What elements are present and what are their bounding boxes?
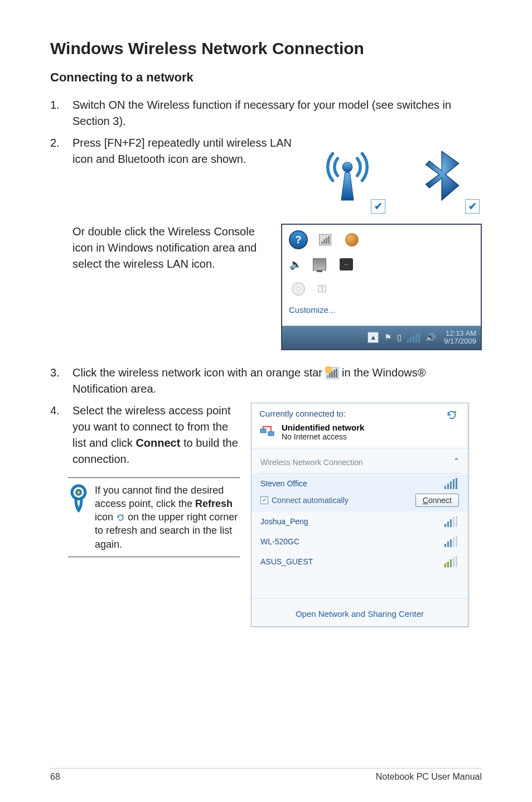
volume-icon: 🔊 [425, 332, 436, 342]
bluetooth-icon: ✔ [401, 135, 482, 216]
disc-icon [289, 279, 308, 298]
customize-link[interactable]: Customize... [289, 304, 474, 320]
unidentified-network-icon [259, 424, 276, 439]
step1-text: Switch ON the Wireless function if neces… [72, 97, 482, 129]
connect-button-label: onnect [428, 496, 452, 505]
tray-time: 12:13 AM [444, 330, 476, 337]
antenna-icon [316, 230, 335, 249]
notification-tray-screenshot: ? 🔈 ··· ⚿ Customiz [281, 224, 482, 350]
signal-icon [444, 516, 459, 527]
network-tray-icon [407, 332, 420, 342]
step2-or-text: Or double click the Wireless Console ico… [50, 224, 281, 272]
refresh-icon [116, 513, 125, 522]
step4-number: 4. [50, 403, 72, 467]
page-subtitle: Connecting to a network [50, 70, 482, 85]
wifi-item-label: WL-520GC [260, 537, 299, 546]
refresh-button[interactable] [443, 409, 460, 421]
svg-point-0 [342, 162, 352, 172]
wireless-network-star-icon [326, 367, 339, 379]
tray-date: 9/17/2009 [444, 337, 476, 345]
page-title: Windows Wireless Network Connection [50, 39, 482, 58]
wifi-networks-popup: Currently connected to: Unidentifie [251, 403, 468, 627]
signal-icon [444, 478, 459, 489]
signal-icon [444, 536, 459, 547]
wifi-item-label: Steven Office [260, 479, 307, 488]
step4-text: Select the wireless access point you wan… [72, 403, 240, 467]
currently-connected-label: Currently connected to: [259, 409, 372, 418]
sound-icon: 🔈 [289, 258, 302, 270]
svg-rect-3 [268, 432, 274, 436]
checkmark-icon: ✔ [371, 199, 385, 214]
connect-automatically-checkbox[interactable]: ✓ Connect automatically [260, 496, 349, 505]
help-icon: ? [289, 230, 308, 249]
tip-text: If you cannot find the desired access po… [95, 484, 239, 551]
wireless-section-header: Wireless Network Connection [260, 458, 363, 467]
connect-button[interactable]: Connect [415, 494, 459, 507]
step2-number: 2. [50, 135, 72, 167]
checkmark-icon: ✔ [465, 199, 480, 214]
unidentified-network-title: Unidentified network [282, 423, 364, 432]
wifi-item[interactable]: Joshua_Peng [252, 511, 468, 532]
wifi-item[interactable]: ASUS_GUEST [252, 552, 468, 572]
step3-text: Click the wireless network icon with an … [72, 365, 482, 397]
page-number: 68 [50, 772, 60, 782]
step3-number: 3. [50, 365, 72, 397]
no-internet-access-label: No Internet access [282, 432, 364, 441]
chat-icon: ··· [337, 255, 356, 274]
tip-icon [69, 484, 88, 515]
wireless-lan-icon: ✔ [307, 135, 388, 216]
wifi-item[interactable]: WL-520GC [252, 532, 468, 552]
svg-rect-2 [260, 429, 266, 433]
open-network-sharing-link[interactable]: Open Network and Sharing Center [296, 609, 424, 619]
manual-label: Notebook PC User Manual [376, 772, 482, 782]
taskbar: ▲ ⚑ ▯ 🔊 12:13 AM 9/17/2009 [282, 326, 481, 349]
display-icon [310, 255, 329, 274]
signal-warning-icon [444, 556, 459, 567]
wireless-console-icon [342, 230, 361, 249]
flag-icon: ⚑ [384, 332, 391, 342]
wifi-item-selected[interactable]: Steven Office ✓ Connect automatically Co… [252, 474, 468, 511]
step2-text: Press [FN+F2] repeatedly until wireless … [72, 135, 298, 167]
tip-callout: If you cannot find the desired access po… [68, 477, 240, 557]
battery-icon: ▯ [397, 332, 402, 342]
step1-number: 1. [50, 97, 72, 129]
wifi-item-label: Joshua_Peng [260, 517, 308, 526]
key-icon: ⚿ [316, 283, 329, 295]
svg-point-1 [76, 490, 81, 495]
wifi-item-label: ASUS_GUEST [260, 557, 313, 566]
show-hidden-icons-button[interactable]: ▲ [367, 332, 379, 343]
collapse-section-icon[interactable]: ˄ [454, 456, 459, 468]
